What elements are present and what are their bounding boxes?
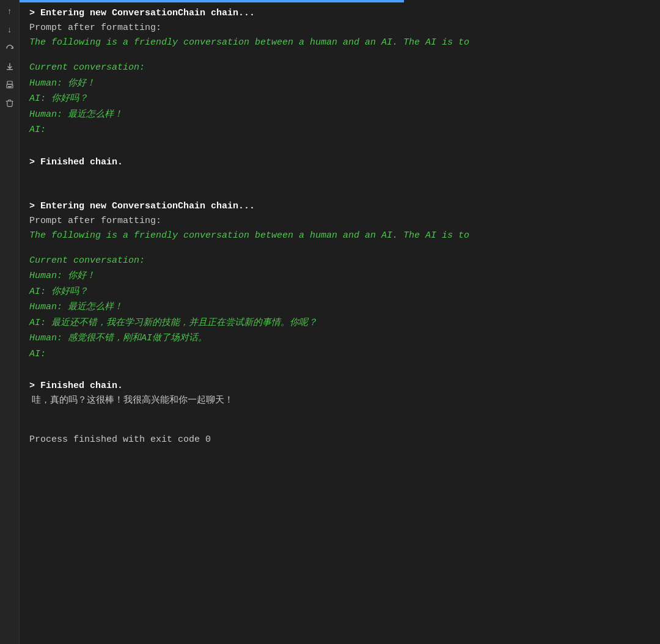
svg-rect-3 [8,86,12,87]
prompt-label-2: Prompt after formatting: [29,214,650,229]
refresh-button[interactable] [3,42,16,55]
svg-rect-0 [7,69,13,70]
ai-line-2: AI: [29,122,650,138]
finish-block-1: > Finished chain. [29,155,650,170]
conversation-block-2: Current conversation: Human: 你好！ AI: 你好吗… [29,253,650,362]
chain-enter-1: > Entering new ConversationChain chain..… [29,6,650,21]
human-line-1: Human: 你好！ [29,76,650,92]
ai-line-5: AI: [29,346,650,362]
print-button[interactable] [3,78,16,92]
chain-enter-2: > Entering new ConversationChain chain..… [29,199,650,214]
prompt-label-1: Prompt after formatting: [29,21,650,35]
svg-point-4 [11,85,12,86]
finish-block-2: > Finished chain. 哇，真的吗？这很棒！我很高兴能和你一起聊天！ [29,379,650,408]
chain-block-2: > Entering new ConversationChain chain..… [29,199,650,243]
down-button[interactable]: ↓ [3,23,16,37]
ai-line-1: AI: 你好吗？ [29,91,650,107]
ai-line-4: AI: 最近还不错，我在学习新的技能，并且正在尝试新的事情。你呢？ [29,315,650,331]
sidebar: ↑ ↓ [0,0,20,644]
chain-finish-2: > Finished chain. [29,379,650,393]
response-text: 哇，真的吗？这很棒！我很高兴能和你一起聊天！ [32,393,650,408]
conversation-block-1: Current conversation: Human: 你好！ AI: 你好吗… [29,60,650,138]
ai-line-3: AI: 你好吗？ [29,284,650,300]
progress-bar [20,0,660,2]
up-button[interactable]: ↑ [3,5,16,18]
process-exit: Process finished with exit code 0 [29,433,650,447]
human-line-3: Human: 你好！ [29,268,650,284]
prompt-text-2: The following is a friendly conversation… [29,229,650,243]
human-line-2: Human: 最近怎么样！ [29,107,650,123]
svg-rect-1 [7,81,12,84]
chain-block-1: > Entering new ConversationChain chain..… [29,6,650,50]
conv-label-2: Current conversation: [29,253,650,269]
prompt-text-1: The following is a friendly conversation… [29,35,650,50]
delete-button[interactable] [3,97,16,110]
conv-label-1: Current conversation: [29,60,650,76]
terminal-output: > Entering new ConversationChain chain..… [20,0,660,644]
human-line-5: Human: 感觉很不错，刚和AI做了场对话。 [29,331,650,346]
chain-finish-1: > Finished chain. [29,155,650,170]
download-button[interactable] [3,60,16,73]
human-line-4: Human: 最近怎么样！ [29,299,650,315]
